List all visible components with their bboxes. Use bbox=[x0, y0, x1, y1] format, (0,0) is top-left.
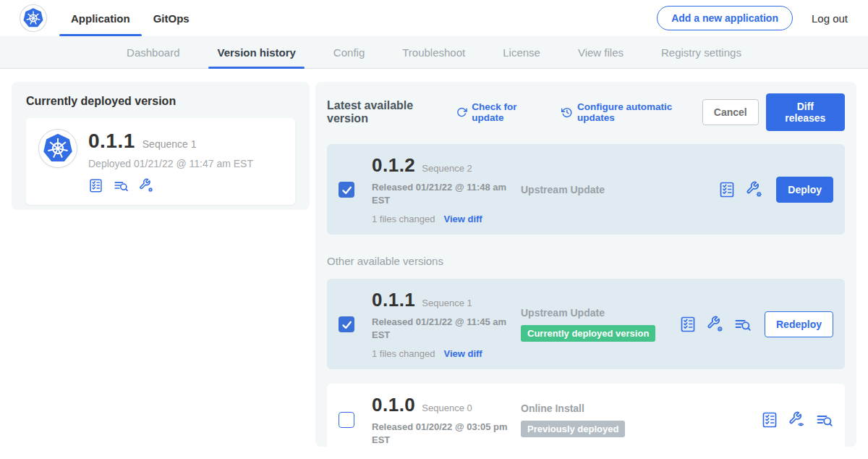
view-files-icon[interactable] bbox=[816, 411, 833, 429]
version-number: 0.1.0 bbox=[372, 394, 415, 416]
released-timestamp: Released 01/21/22 @ 11:45 am EST bbox=[372, 316, 518, 341]
add-application-button[interactable]: Add a new application bbox=[657, 6, 793, 30]
tab-troubleshoot-label: Troubleshoot bbox=[402, 46, 465, 59]
sequence-label: Sequence 0 bbox=[422, 403, 472, 413]
released-timestamp: Released 01/21/22 @ 11:48 am EST bbox=[372, 181, 518, 206]
checkmark-icon bbox=[340, 318, 353, 331]
version-row-0-1-1: 0.1.1 Sequence 1 Released 01/21/22 @ 11:… bbox=[327, 279, 845, 369]
version-actions bbox=[761, 411, 833, 429]
deployed-action-icons bbox=[88, 178, 253, 193]
tab-application-label: Application bbox=[71, 12, 130, 25]
refresh-icon bbox=[456, 106, 467, 118]
version-checkbox[interactable] bbox=[339, 412, 354, 428]
tab-troubleshoot[interactable]: Troubleshoot bbox=[383, 36, 484, 68]
kubernetes-icon bbox=[42, 132, 74, 164]
edit-config-icon[interactable] bbox=[746, 181, 763, 198]
deployed-timestamp: Deployed 01/21/22 @ 11:47 am EST bbox=[88, 158, 253, 169]
checkmark-icon bbox=[340, 183, 353, 196]
view-config-icon[interactable] bbox=[788, 411, 806, 429]
deployed-version-details: 0.1.1 Sequence 1 Deployed 01/21/22 @ 11:… bbox=[88, 130, 253, 193]
main-content: Currently deployed version 0.1.1 Sequenc… bbox=[0, 69, 868, 459]
top-nav-tabs: Application GitOps bbox=[59, 0, 201, 36]
version-checkbox[interactable] bbox=[339, 182, 354, 198]
cancel-button[interactable]: Cancel bbox=[702, 99, 759, 125]
tab-application[interactable]: Application bbox=[59, 0, 142, 36]
top-nav: Application GitOps Add a new application… bbox=[0, 0, 868, 36]
version-info: 0.1.0 Sequence 0 Released 01/20/22 @ 03:… bbox=[372, 394, 518, 446]
source-label: Upstream Update bbox=[521, 307, 679, 319]
tab-config[interactable]: Config bbox=[315, 36, 383, 68]
logout-link[interactable]: Log out bbox=[812, 12, 848, 25]
release-notes-icon[interactable] bbox=[679, 316, 697, 333]
tab-view-files[interactable]: View files bbox=[559, 36, 642, 68]
version-info: 0.1.1 Sequence 1 Released 01/21/22 @ 11:… bbox=[372, 289, 518, 359]
view-diff-link[interactable]: View diff bbox=[443, 348, 482, 359]
view-diff-link[interactable]: View diff bbox=[443, 214, 482, 224]
version-source: Online Install Previously deployed bbox=[518, 403, 761, 437]
edit-config-icon[interactable] bbox=[139, 178, 154, 193]
currently-deployed-panel: Currently deployed version 0.1.1 Sequenc… bbox=[12, 82, 310, 210]
tab-version-history[interactable]: Version history bbox=[198, 36, 314, 68]
kubernetes-icon bbox=[22, 7, 44, 29]
sequence-label: Sequence 2 bbox=[422, 163, 472, 174]
available-panel-title: Latest available version bbox=[327, 99, 448, 125]
currently-deployed-badge: Currently deployed version bbox=[521, 325, 655, 342]
release-notes-icon[interactable] bbox=[88, 178, 103, 193]
check-for-update-label: Check for update bbox=[472, 101, 545, 123]
tab-dashboard-label: Dashboard bbox=[127, 46, 179, 59]
deploy-button[interactable]: Deploy bbox=[776, 177, 833, 203]
edit-config-icon[interactable] bbox=[707, 316, 724, 333]
configure-updates-label: Configure automatic updates bbox=[577, 101, 702, 123]
tab-license-label: License bbox=[503, 46, 540, 59]
check-for-update-link[interactable]: Check for update bbox=[456, 101, 545, 123]
tab-license[interactable]: License bbox=[484, 36, 559, 68]
available-versions-header: Latest available version Check for updat… bbox=[327, 93, 845, 131]
version-row-0-1-0: 0.1.0 Sequence 0 Released 01/20/22 @ 03:… bbox=[327, 384, 845, 456]
tab-version-history-label: Version history bbox=[217, 46, 295, 59]
tab-dashboard[interactable]: Dashboard bbox=[108, 36, 198, 68]
top-nav-right: Add a new application Log out bbox=[657, 6, 848, 30]
diff-releases-button[interactable]: Diff releases bbox=[766, 93, 845, 131]
tab-config-label: Config bbox=[333, 46, 365, 59]
version-row-0-1-2: 0.1.2 Sequence 2 Released 01/21/22 @ 11:… bbox=[327, 144, 845, 235]
release-notes-icon[interactable] bbox=[761, 411, 778, 429]
version-number: 0.1.1 bbox=[372, 289, 415, 311]
deployed-panel-title: Currently deployed version bbox=[26, 95, 295, 108]
version-checkbox[interactable] bbox=[339, 316, 354, 332]
configure-updates-link[interactable]: Configure automatic updates bbox=[561, 101, 702, 123]
tab-gitops[interactable]: GitOps bbox=[142, 0, 201, 36]
released-timestamp: Released 01/20/22 @ 03:05 pm EST bbox=[372, 421, 518, 446]
app-sub-nav: Dashboard Version history Config Trouble… bbox=[0, 36, 868, 69]
version-info: 0.1.2 Sequence 2 Released 01/21/22 @ 11:… bbox=[372, 154, 518, 224]
view-files-icon[interactable] bbox=[734, 316, 752, 333]
version-source: Upstream Update Currently deployed versi… bbox=[518, 307, 679, 342]
deployed-version-number: 0.1.1 bbox=[88, 130, 135, 153]
clock-arrow-icon bbox=[561, 106, 573, 119]
tab-gitops-label: GitOps bbox=[153, 12, 190, 25]
version-source: Upstream Update bbox=[518, 184, 718, 195]
app-icon bbox=[39, 130, 77, 167]
redeploy-button[interactable]: Redeploy bbox=[765, 311, 833, 337]
other-versions-heading: Other available versions bbox=[327, 255, 845, 267]
deployed-version-card: 0.1.1 Sequence 1 Deployed 01/21/22 @ 11:… bbox=[26, 118, 295, 205]
sequence-label: Sequence 1 bbox=[422, 298, 472, 308]
version-number: 0.1.2 bbox=[372, 154, 415, 177]
view-files-icon[interactable] bbox=[114, 178, 129, 193]
available-versions-panel: Latest available version Check for updat… bbox=[315, 82, 856, 447]
version-actions: Deploy bbox=[718, 177, 833, 203]
tab-registry-settings-label: Registry settings bbox=[661, 46, 741, 59]
release-notes-icon[interactable] bbox=[718, 181, 736, 198]
source-label: Upstream Update bbox=[521, 184, 718, 195]
files-changed-label: 1 files changed bbox=[372, 348, 435, 359]
version-actions: Redeploy bbox=[679, 311, 833, 337]
files-changed-label: 1 files changed bbox=[372, 214, 435, 224]
tab-registry-settings[interactable]: Registry settings bbox=[642, 36, 760, 68]
source-label: Online Install bbox=[521, 403, 761, 414]
tab-view-files-label: View files bbox=[578, 46, 624, 59]
previously-deployed-badge: Previously deployed bbox=[521, 421, 625, 437]
deployed-sequence-label: Sequence 1 bbox=[142, 138, 197, 150]
app-logo bbox=[20, 5, 46, 31]
